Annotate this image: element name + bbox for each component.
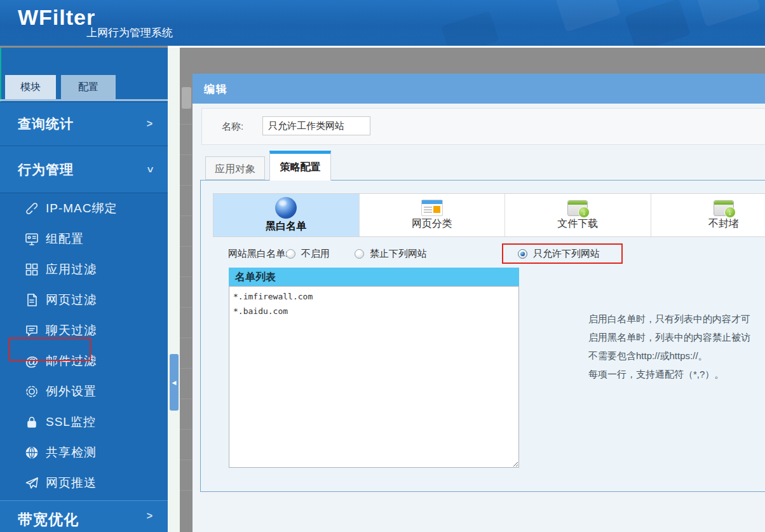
name-input[interactable] bbox=[262, 116, 370, 135]
policy-tab-label: 文件下载 bbox=[557, 217, 598, 231]
wfilter-app: WFilter 上网行为管理系统 模块 配置 查询统计 > 行为管理 > IP-… bbox=[0, 0, 765, 532]
sidebar-item-label: 应用过滤 bbox=[46, 261, 97, 278]
policy-tab-web-category[interactable]: 网页分类 bbox=[360, 194, 506, 236]
sidebar-item-label: 邮件过滤 bbox=[46, 353, 97, 369]
sidebar-item-label: 网页推送 bbox=[46, 475, 97, 491]
policy-tab-label: 不封堵 bbox=[708, 217, 739, 231]
collapse-arrow-icon: ◀ bbox=[172, 379, 177, 386]
sidebar-item-label: 组配置 bbox=[46, 231, 84, 247]
section-label: 查询统计 bbox=[18, 115, 74, 133]
help-line: 启用黑名单时，列表中的内容禁止被访 bbox=[588, 328, 765, 346]
radio-label: 禁止下列网站 bbox=[370, 248, 427, 260]
sidebar-item-ip-mac-binding[interactable]: IP-MAC绑定 bbox=[0, 193, 168, 224]
chat-bubble-icon bbox=[24, 323, 39, 338]
list-header: 名单列表 bbox=[229, 268, 519, 286]
help-line: 启用白名单时，只有列表中的内容才可 bbox=[588, 310, 765, 328]
sidebar-item-label: 网页过滤 bbox=[46, 292, 97, 308]
sidebar-tab-modules[interactable]: 模块 bbox=[5, 75, 56, 99]
globe-icon bbox=[275, 197, 297, 219]
sidebar-tabbar-strip bbox=[0, 99, 168, 101]
sidebar-item-share-detection[interactable]: 共享检测 bbox=[0, 437, 168, 468]
help-line: 不需要包含http://或https://。 bbox=[588, 346, 765, 365]
section-label: 带宽优化 bbox=[18, 510, 79, 529]
radio-allow-only-listed[interactable]: 只允许下列网站 bbox=[518, 248, 600, 260]
radio-circle bbox=[286, 249, 295, 259]
chevron-right-icon: > bbox=[147, 118, 152, 130]
help-text: 启用白名单时，只有列表中的内容才可 启用黑名单时，列表中的内容禁止被访 不需要包… bbox=[588, 310, 765, 383]
sidebar-section-bandwidth[interactable]: 带宽优化 > bbox=[0, 500, 168, 532]
sidebar-item-label: SSL监控 bbox=[46, 414, 96, 430]
dialog-title: 编辑 bbox=[204, 82, 228, 97]
sidebar-rail: ◀ bbox=[168, 48, 180, 532]
radio-circle bbox=[355, 249, 364, 259]
help-line: 每项一行，支持通配符（*,?）。 bbox=[588, 365, 765, 383]
link-icon bbox=[24, 201, 39, 216]
sidebar: 模块 配置 查询统计 > 行为管理 > IP-MAC绑定 组配置 bbox=[0, 48, 168, 532]
policy-type-row: 黑白名单 网页分类 ↓ 文件下载 bbox=[213, 193, 765, 237]
tab-apply-objects[interactable]: 应用对象 bbox=[205, 156, 265, 180]
webpage-filter-icon bbox=[24, 292, 39, 308]
radio-group-label: 网站黑白名单: bbox=[228, 248, 288, 260]
sidebar-section-behavior-mgmt[interactable]: 行为管理 > bbox=[0, 146, 168, 193]
policy-panel: 黑白名单 网页分类 ↓ 文件下载 bbox=[200, 180, 765, 492]
sidebar-item-group-config[interactable]: 组配置 bbox=[0, 224, 168, 254]
sidebar-item-app-filter[interactable]: 应用过滤 bbox=[0, 254, 168, 285]
radio-block-listed[interactable]: 禁止下列网站 bbox=[355, 248, 427, 260]
sidebar-tab-config[interactable]: 配置 bbox=[61, 75, 116, 99]
share-globe-icon bbox=[24, 445, 39, 460]
site-list-textarea[interactable]: *.imfirewall.com *.baidu.com bbox=[229, 286, 519, 468]
policy-tab-label: 网页分类 bbox=[412, 217, 452, 231]
banner-decoration bbox=[694, 0, 761, 27]
banner-decoration bbox=[441, 11, 499, 46]
sidebar-item-label: IP-MAC绑定 bbox=[46, 200, 118, 217]
radio-label: 只允许下列网站 bbox=[533, 248, 600, 260]
sidebar-section-query-stats[interactable]: 查询统计 > bbox=[0, 102, 168, 146]
policy-tab-file-download[interactable]: ↓ 文件下载 bbox=[505, 194, 651, 236]
banner-decoration bbox=[625, 0, 691, 46]
paper-plane-icon bbox=[24, 475, 39, 491]
apps-grid-icon bbox=[24, 262, 39, 277]
no-block-icon: ↓ bbox=[714, 200, 734, 216]
underlying-table-edge bbox=[180, 124, 193, 505]
radio-circle bbox=[518, 249, 527, 259]
name-label: 名称: bbox=[222, 121, 243, 133]
policy-tab-label: 黑白名单 bbox=[266, 220, 306, 233]
sidebar-item-label: 聊天过滤 bbox=[46, 322, 97, 339]
edit-dialog: 编辑 名称: 应用对象 策略配置 黑白名单 网页分类 bbox=[193, 74, 765, 532]
dialog-titlebar[interactable]: 编辑 bbox=[193, 74, 765, 104]
sidebar-item-exception-settings[interactable]: 例外设置 bbox=[0, 376, 168, 407]
app-logo: WFilter bbox=[18, 5, 95, 30]
radio-disable[interactable]: 不启用 bbox=[286, 248, 330, 260]
sidebar-item-label: 共享检测 bbox=[46, 444, 97, 461]
underlying-page-icon bbox=[182, 87, 191, 109]
sidebar-item-ssl-monitor[interactable]: SSL监控 bbox=[0, 407, 168, 437]
chevron-right-icon: > bbox=[147, 510, 152, 522]
webpage-category-icon bbox=[421, 200, 443, 216]
blackwhite-radio-row: 网站黑白名单: 不启用 禁止下列网站 只允许下列网站 bbox=[201, 244, 765, 264]
policy-tab-no-block[interactable]: ↓ 不封堵 bbox=[651, 194, 765, 236]
sidebar-item-label: 例外设置 bbox=[46, 383, 97, 400]
chevron-down-icon: > bbox=[144, 167, 155, 172]
name-group: 名称: bbox=[201, 108, 765, 145]
download-arrow-icon: ↓ bbox=[724, 207, 736, 218]
sidebar-item-web-push[interactable]: 网页推送 bbox=[0, 468, 168, 498]
sidebar-item-mail-filter[interactable]: @ 邮件过滤 bbox=[0, 346, 168, 376]
sidebar-item-web-filter[interactable]: 网页过滤 bbox=[0, 285, 168, 315]
gear-icon bbox=[24, 384, 39, 399]
at-icon: @ bbox=[24, 353, 39, 369]
policy-tab-blackwhite-list[interactable]: 黑白名单 bbox=[213, 194, 360, 236]
tab-policy-config[interactable]: 策略配置 bbox=[269, 151, 331, 181]
download-arrow-icon: ↓ bbox=[578, 207, 590, 218]
radio-label: 不启用 bbox=[301, 248, 330, 260]
sidebar-item-chat-filter[interactable]: 聊天过滤 bbox=[0, 315, 168, 346]
file-download-icon: ↓ bbox=[567, 200, 588, 216]
top-banner: WFilter 上网行为管理系统 bbox=[0, 0, 765, 46]
group-monitor-icon bbox=[24, 231, 39, 247]
banner-decoration bbox=[555, 0, 621, 32]
app-subtitle: 上网行为管理系统 bbox=[86, 25, 173, 40]
section-label: 行为管理 bbox=[18, 161, 74, 179]
lock-icon bbox=[24, 414, 39, 430]
sidebar-tabbar: 模块 配置 bbox=[0, 75, 168, 101]
sidebar-collapse-handle[interactable]: ◀ bbox=[170, 354, 179, 411]
